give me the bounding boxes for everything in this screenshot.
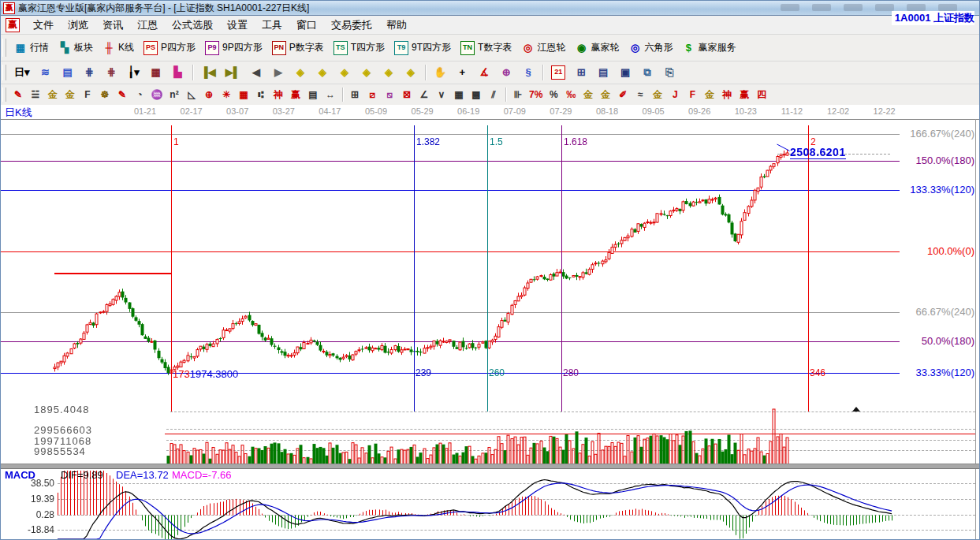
volume-axis-label-0: 299566603 bbox=[34, 424, 92, 436]
macd-dif-value: DIF=9.89 bbox=[61, 469, 103, 481]
gann-vline-1.618: 1.618280 bbox=[561, 125, 562, 412]
gann-vline-top-label: 1.618 bbox=[564, 136, 587, 147]
kline-chart-canvas[interactable] bbox=[1, 1, 980, 540]
gann-vline-2: 2346 bbox=[808, 125, 809, 412]
app-window: { "window": { "title": "赢家江恩专业版[赢家内部服务平台… bbox=[0, 0, 980, 540]
gann-vline-top-label: 1 bbox=[173, 136, 179, 147]
price-axis-low-label: 1895.4048 bbox=[34, 404, 89, 415]
macd-axis-label-1: 19.39 bbox=[23, 493, 54, 505]
gann-vline-1.5: 1.5260 bbox=[487, 125, 488, 412]
gann-vline-bottom-label: 280 bbox=[563, 367, 579, 378]
gann-vline-bottom-label: 346 bbox=[810, 367, 825, 378]
low-price-value: 1974.3800 bbox=[190, 368, 238, 380]
marker-triangle-icon bbox=[852, 407, 860, 412]
macd-axis-label-3: -18.84 bbox=[23, 524, 54, 535]
macd-header: MACD DIF=9.89 DEA=13.72 MACD=-7.66 bbox=[1, 469, 980, 482]
ticker-label: 1A0001 上证指数 bbox=[892, 11, 974, 25]
gann-vline-bottom-label: 260 bbox=[489, 367, 505, 378]
low-bar-index: 173 bbox=[173, 368, 190, 380]
macd-hist-value: MACD=-7.66 bbox=[172, 469, 232, 481]
gann-vline-bottom-label: 239 bbox=[415, 367, 431, 378]
volume-axis-label-2: 99855534 bbox=[34, 445, 86, 457]
gann-vline-1: 1 bbox=[171, 125, 172, 412]
macd-axis-label-2: 0.28 bbox=[23, 509, 54, 520]
gann-vline-top-label: 1.5 bbox=[490, 136, 503, 147]
macd-axis-label-0: 38.50 bbox=[23, 478, 54, 489]
gann-vline-1.382: 1.382239 bbox=[414, 125, 415, 412]
macd-dea-value: DEA=13.72 bbox=[116, 469, 169, 481]
gann-vline-top-label: 1.382 bbox=[416, 136, 440, 147]
current-price-label: 2508.6201 bbox=[790, 146, 846, 159]
low-price-label: 1731974.3800 bbox=[173, 368, 238, 380]
pane-splitter[interactable] bbox=[1, 464, 980, 469]
